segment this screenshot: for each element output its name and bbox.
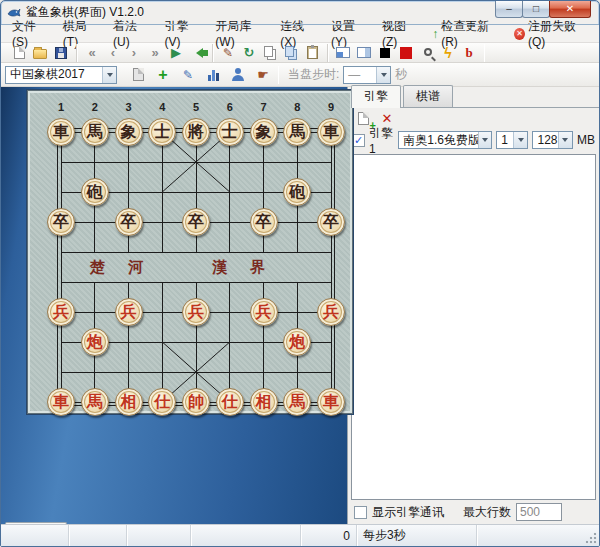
layout-1-button[interactable] xyxy=(334,44,352,62)
step-time-select[interactable]: — xyxy=(343,66,391,84)
engine-output-list[interactable] xyxy=(351,154,596,500)
search-button[interactable] xyxy=(418,44,436,62)
remove-engine-icon: ✕ xyxy=(382,112,393,125)
chess-piece[interactable]: 車 xyxy=(47,388,75,416)
first-move-icon: « xyxy=(88,46,95,59)
chess-piece[interactable]: 相 xyxy=(250,388,278,416)
resize-grip[interactable] xyxy=(585,532,598,545)
engine-threads-select[interactable]: 1 xyxy=(496,131,528,149)
chess-piece[interactable]: 卒 xyxy=(182,208,210,236)
layout-split-icon xyxy=(357,47,371,58)
step-time-label: 当盘步时: xyxy=(288,66,339,83)
paste-icon xyxy=(307,46,318,59)
chess-piece[interactable]: 帥 xyxy=(182,388,210,416)
close-button[interactable]: ✕ xyxy=(549,1,591,18)
update-arrow-icon: ↑ xyxy=(432,27,438,41)
copy-icon xyxy=(264,46,273,57)
copy-image-button[interactable] xyxy=(282,44,300,62)
letter-b-icon: b xyxy=(465,46,472,59)
chess-board[interactable]: 123456789 楚河漢界 車馬象士將士象馬車砲砲卒卒卒卒卒兵兵兵兵兵炮炮車馬… xyxy=(27,90,353,414)
chess-piece[interactable]: 將 xyxy=(182,118,210,146)
chess-piece[interactable]: 卒 xyxy=(250,208,278,236)
bar-chart-icon xyxy=(208,69,219,81)
chess-piece[interactable]: 卒 xyxy=(317,208,345,236)
show-engine-comm-checkbox[interactable] xyxy=(354,506,367,519)
river-text: 界 xyxy=(250,258,265,277)
chess-piece[interactable]: 兵 xyxy=(317,298,345,326)
paste-button[interactable] xyxy=(303,44,321,62)
column-number: 6 xyxy=(224,101,236,113)
column-number: 9 xyxy=(325,101,337,113)
layout-2-button[interactable] xyxy=(355,44,373,62)
chess-piece[interactable]: 卒 xyxy=(115,208,143,236)
new-game-button[interactable] xyxy=(10,44,28,62)
chevron-down-icon xyxy=(558,132,572,148)
titlebar[interactable]: 鲨鱼象棋(界面) V1.2.0 – □ ✕ xyxy=(1,1,599,25)
river-text: 河 xyxy=(128,258,143,277)
pointing-hand-icon: ☛ xyxy=(257,68,269,81)
chess-piece[interactable]: 馬 xyxy=(81,388,109,416)
refresh-button[interactable]: ↻ xyxy=(240,44,258,62)
show-engine-comm-label: 显示引擎通讯 xyxy=(372,504,444,521)
statistics-button[interactable] xyxy=(204,66,222,84)
go-first-button[interactable]: « xyxy=(83,44,101,62)
chess-piece[interactable]: 砲 xyxy=(81,178,109,206)
column-number: 5 xyxy=(190,101,202,113)
skin-select-value: 中国象棋2017 xyxy=(10,66,85,83)
skin-select[interactable]: 中国象棋2017 xyxy=(5,66,117,84)
chess-piece[interactable]: 仕 xyxy=(216,388,244,416)
tab-game-record[interactable]: 棋谱 xyxy=(403,85,453,107)
red-side-button[interactable] xyxy=(397,44,415,62)
chess-piece[interactable]: 兵 xyxy=(250,298,278,326)
window-title: 鲨鱼象棋(界面) V1.2.0 xyxy=(26,4,144,21)
go-last-button[interactable]: » xyxy=(146,44,164,62)
chess-piece[interactable]: 相 xyxy=(115,388,143,416)
engine-row: ✓ 引擎1 南奥1.6免费版 1 128 MB xyxy=(348,128,599,152)
max-lines-label: 最大行数 xyxy=(463,504,511,521)
annotate-button[interactable]: ✎ xyxy=(179,66,197,84)
add-engine-button[interactable]: + xyxy=(354,109,372,127)
takeback-arrow-icon xyxy=(191,48,203,58)
chess-piece[interactable]: 車 xyxy=(47,118,75,146)
chess-piece[interactable]: 兵 xyxy=(182,298,210,326)
player-button[interactable] xyxy=(229,66,247,84)
takeback-button[interactable] xyxy=(188,44,206,62)
chess-piece[interactable]: 象 xyxy=(250,118,278,146)
tab-engine[interactable]: 引擎 xyxy=(351,85,401,108)
book-page-icon xyxy=(133,68,144,81)
save-icon xyxy=(55,47,67,59)
maximize-button[interactable]: □ xyxy=(522,1,550,18)
black-side-button[interactable] xyxy=(376,44,394,62)
add-button[interactable]: + xyxy=(154,66,172,84)
chess-piece[interactable]: 車 xyxy=(317,388,345,416)
engine-hash-select[interactable]: 128 xyxy=(532,131,573,149)
chevron-down-icon xyxy=(478,132,492,148)
column-number: 7 xyxy=(258,101,270,113)
chess-piece[interactable]: 兵 xyxy=(115,298,143,326)
chess-piece[interactable]: 卒 xyxy=(47,208,75,236)
book-b-button[interactable]: b xyxy=(460,44,478,62)
engine-name-select[interactable]: 南奥1.6免费版 xyxy=(398,131,492,149)
chess-piece[interactable]: 兵 xyxy=(47,298,75,326)
register-failed-icon: ✕ xyxy=(514,28,525,40)
max-lines-input[interactable] xyxy=(516,503,562,521)
chess-piece[interactable]: 炮 xyxy=(81,328,109,356)
column-number: 8 xyxy=(291,101,303,113)
play-button[interactable]: ▶ xyxy=(167,44,185,62)
hint-button[interactable]: ☛ xyxy=(254,66,272,84)
save-button[interactable] xyxy=(52,44,70,62)
open-button[interactable] xyxy=(31,44,49,62)
chess-piece[interactable]: 士 xyxy=(216,118,244,146)
board-area: 123456789 楚河漢界 車馬象士將士象馬車砲砲卒卒卒卒卒兵兵兵兵兵炮炮車馬… xyxy=(1,87,347,524)
column-number: 1 xyxy=(55,101,67,113)
open-book-button[interactable] xyxy=(129,66,147,84)
go-prev-button[interactable]: ‹ xyxy=(104,44,122,62)
chess-piece[interactable]: 象 xyxy=(115,118,143,146)
chess-piece[interactable]: 車 xyxy=(317,118,345,146)
edit-position-button[interactable]: ✎ xyxy=(219,44,237,62)
analyze-button[interactable]: ϟ xyxy=(439,44,457,62)
copy-fen-button[interactable] xyxy=(261,44,279,62)
go-next-button[interactable]: › xyxy=(125,44,143,62)
minimize-button[interactable]: – xyxy=(495,1,523,18)
chess-piece[interactable]: 馬 xyxy=(81,118,109,146)
